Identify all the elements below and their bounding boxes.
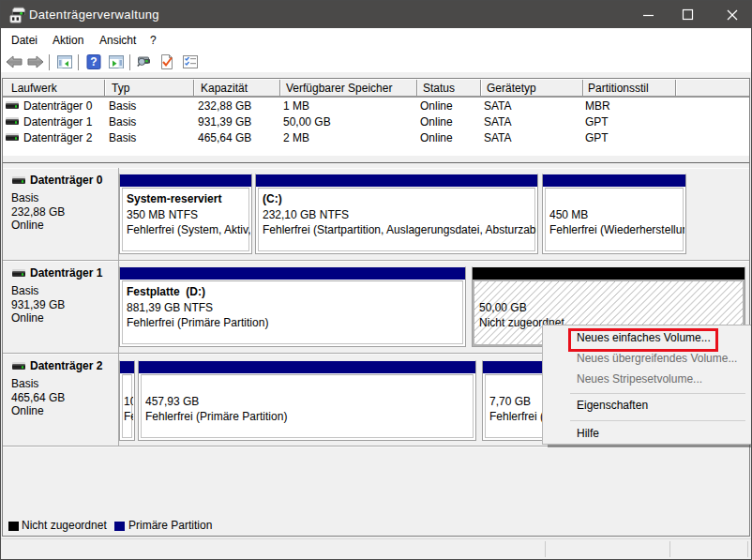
svg-text:?: ? [90,55,97,68]
